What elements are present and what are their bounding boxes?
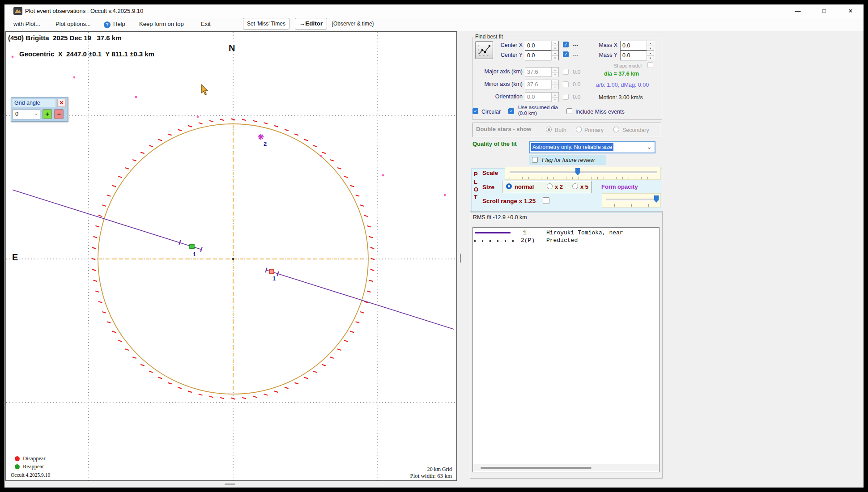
grid-angle-panel: Grid angle ✕ 0 ⌄ + −	[11, 97, 68, 122]
size-x2-label: x 2	[555, 183, 563, 190]
spin-up-icon: ▲	[551, 80, 558, 85]
center-x-label: Center X	[491, 42, 523, 48]
spin-up-icon[interactable]: ▲	[551, 51, 558, 55]
both-radio	[546, 127, 552, 132]
legend-reappear: Reappear	[23, 463, 44, 470]
scale-slider-ticks	[510, 177, 657, 179]
flag-review-checkbox[interactable]	[532, 157, 538, 163]
major-axis-checkbox	[563, 69, 569, 75]
menu-exit[interactable]: Exit	[201, 21, 211, 27]
observer-list[interactable]: 1 Hiroyuki Tomioka, near 2(P) Predicted	[472, 227, 660, 472]
spin-up-icon: ▲	[551, 93, 558, 97]
size-label: Size	[482, 184, 494, 191]
minimize-button[interactable]: —	[788, 5, 807, 17]
horizontal-scrollbar[interactable]	[225, 484, 235, 485]
grid-angle-select[interactable]: 0 ⌄	[13, 109, 40, 119]
list-item[interactable]: 2(P) Predicted	[473, 235, 659, 243]
legend-disappear: Disappear	[23, 455, 46, 462]
list-hscrollbar[interactable]	[473, 464, 659, 471]
menu-keep-on-top[interactable]: Keep form on top	[139, 21, 184, 27]
version-label: Occult 4.2025.9.10	[11, 472, 50, 478]
rms-fit-label: RMS fit -12.9 ±0.0 km	[473, 214, 527, 221]
shape-model-checkbox[interactable]	[647, 62, 653, 68]
minor-axis-alt: 0.0	[573, 81, 580, 88]
chevron-down-icon: ⌄	[647, 143, 652, 150]
spin-up-icon[interactable]: ▲	[647, 41, 654, 46]
center-x-input[interactable]: 0.0 ▲▼	[525, 41, 559, 51]
spin-down-icon[interactable]: ▼	[647, 46, 654, 51]
primary-label: Primary	[584, 127, 604, 133]
spin-up-icon[interactable]: ▲	[647, 51, 654, 55]
scale-slider-track[interactable]	[510, 171, 657, 174]
scale-slider-thumb[interactable]	[575, 168, 580, 175]
title-bar: Plot event observations : Occult v.4.202…	[4, 4, 864, 18]
svg-text:1: 1	[272, 275, 276, 282]
include-miss-checkbox[interactable]	[566, 108, 572, 114]
list-hscrollbar-thumb[interactable]	[481, 467, 591, 469]
center-y-checkbox[interactable]	[563, 51, 569, 57]
size-x2-radio[interactable]	[547, 183, 553, 189]
plot-letter-o: O	[474, 186, 478, 193]
grid-angle-plus-button[interactable]: +	[43, 109, 52, 119]
spin-down-icon: ▼	[551, 72, 558, 77]
mass-y-label: Mass Y	[591, 52, 617, 58]
shape-model-label: Shape model	[614, 63, 642, 68]
svg-text:2: 2	[264, 140, 267, 147]
grid-angle-minus-button[interactable]: −	[54, 109, 64, 119]
mass-x-input[interactable]: 0.0 ▲▼	[620, 41, 654, 51]
menu-plot-options[interactable]: Plot options...	[55, 21, 91, 27]
close-button[interactable]: ✕	[841, 5, 860, 17]
size-normal-radio[interactable]	[506, 183, 512, 189]
scale-slider[interactable]	[505, 167, 661, 180]
form-opacity-slider[interactable]	[602, 193, 661, 208]
circular-checkbox[interactable]	[472, 108, 478, 114]
plot-letter-l: L	[474, 178, 477, 185]
plot-area[interactable]: 112 (450) Brigitta 2025 Dec 19 37.6 km G…	[5, 31, 457, 481]
disappear-dot-icon	[15, 456, 20, 461]
center-x-checkbox[interactable]	[563, 42, 569, 47]
double-stars-label: Double stars - show	[476, 126, 532, 132]
help-icon[interactable]: ?	[104, 21, 111, 28]
size-x5-radio[interactable]	[572, 183, 578, 189]
size-x5-label: x 5	[580, 183, 588, 190]
quality-label: Quality of the fit	[472, 140, 517, 147]
chevron-down-icon: ⌄	[34, 110, 38, 116]
occultation-plot: 112	[6, 32, 456, 480]
spin-down-icon[interactable]: ▼	[647, 55, 654, 60]
menu-with-plot[interactable]: with Plot...	[13, 21, 40, 27]
center-y-dashes: ---	[573, 52, 579, 58]
mass-y-input[interactable]: 0.0 ▲▼	[620, 51, 654, 60]
form-opacity-label: Form opacity	[601, 183, 638, 190]
set-miss-times-button[interactable]: Set 'Miss' Times	[243, 18, 289, 30]
spin-down-icon: ▼	[551, 97, 558, 102]
list-item[interactable]: 1 Hiroyuki Tomioka, near	[473, 228, 659, 236]
secondary-label: Secondary	[622, 127, 649, 133]
mountain-icon	[15, 9, 21, 13]
maximize-button[interactable]: □	[815, 5, 834, 17]
primary-radio	[576, 127, 582, 132]
north-label: N	[229, 43, 235, 53]
fit-chart-button[interactable]	[475, 41, 493, 59]
flag-review-label: Flag for future review	[542, 157, 594, 163]
major-axis-alt: 0.0	[573, 69, 580, 75]
menu-help[interactable]: Help	[113, 21, 125, 27]
orientation-label: Orientation	[479, 93, 523, 100]
grid-angle-title: Grid angle	[13, 99, 55, 107]
grid-angle-close-icon[interactable]: ✕	[57, 99, 66, 107]
spin-down-icon: ▼	[551, 85, 558, 89]
quality-select[interactable]: Astrometry only. No reliable size ⌄	[529, 141, 655, 153]
spin-down-icon[interactable]: ▼	[551, 46, 558, 51]
center-y-input[interactable]: 0.0 ▲▼	[525, 51, 559, 60]
form-opacity-slider-thumb[interactable]	[654, 195, 659, 203]
use-assumed-checkbox[interactable]	[508, 108, 514, 114]
spin-up-icon[interactable]: ▲	[551, 41, 558, 46]
vertical-scrollbar[interactable]	[460, 254, 461, 263]
dia-label: dia = 37.6 km	[604, 71, 639, 77]
editor-button[interactable]: →Editor	[295, 18, 327, 30]
orientation-input: 0.0 ▲▼	[525, 92, 559, 102]
scroll-range-checkbox[interactable]	[543, 197, 549, 204]
circular-label: Circular	[481, 109, 501, 115]
form-opacity-slider-track[interactable]	[606, 199, 658, 201]
spin-down-icon[interactable]: ▼	[551, 55, 558, 60]
reappear-dot-icon	[15, 464, 20, 469]
